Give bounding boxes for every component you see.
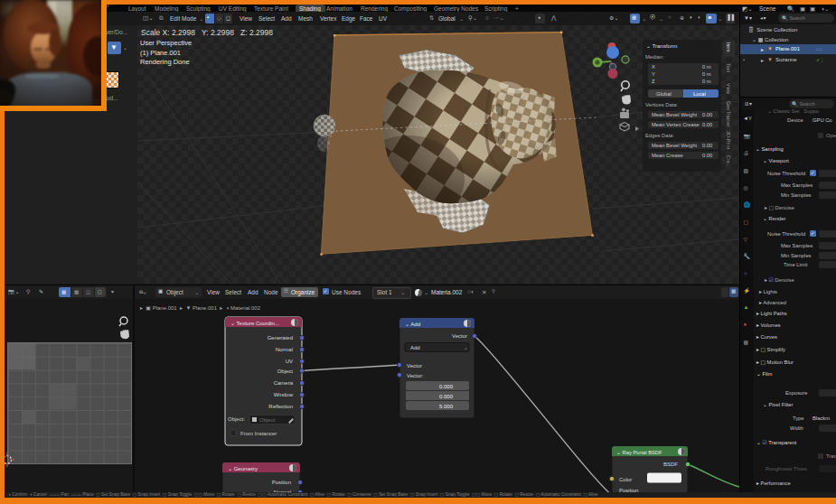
svg-text:Vector: Vector [407, 363, 422, 369]
svg-text:Vector: Vector [452, 333, 467, 339]
svg-text:⌄ Ray Portal BSDF: ⌄ Ray Portal BSDF [616, 450, 662, 455]
svg-text:Reflection: Reflection [268, 404, 293, 409]
svg-text:⌄: ⌄ [464, 345, 468, 350]
svg-text:Object:: Object: [228, 416, 245, 422]
svg-text:BSDF: BSDF [663, 462, 678, 467]
svg-text:Object: Object [277, 369, 294, 374]
svg-text:⌄ Add: ⌄ Add [405, 322, 420, 327]
svg-text:0.000: 0.000 [439, 384, 454, 389]
svg-text:Generated: Generated [268, 335, 293, 341]
svg-text:Vector:: Vector: [407, 373, 424, 378]
svg-text:0.000: 0.000 [439, 394, 454, 399]
svg-text:Object: Object [259, 417, 276, 423]
svg-text:5.000: 5.000 [439, 404, 454, 409]
svg-text:UV: UV [286, 359, 293, 364]
svg-text:Window: Window [274, 392, 294, 397]
svg-text:Camera: Camera [274, 380, 294, 386]
svg-text:Color: Color [619, 477, 632, 482]
svg-text:Position: Position [272, 480, 291, 485]
svg-text:Normal: Normal [276, 347, 293, 352]
svg-text:From Instancer: From Instancer [240, 431, 277, 436]
svg-text:⌄ Geometry: ⌄ Geometry [228, 466, 258, 471]
svg-text:Add: Add [410, 345, 420, 350]
svg-text:⌄ Texture Coordin...: ⌄ Texture Coordin... [230, 321, 279, 326]
